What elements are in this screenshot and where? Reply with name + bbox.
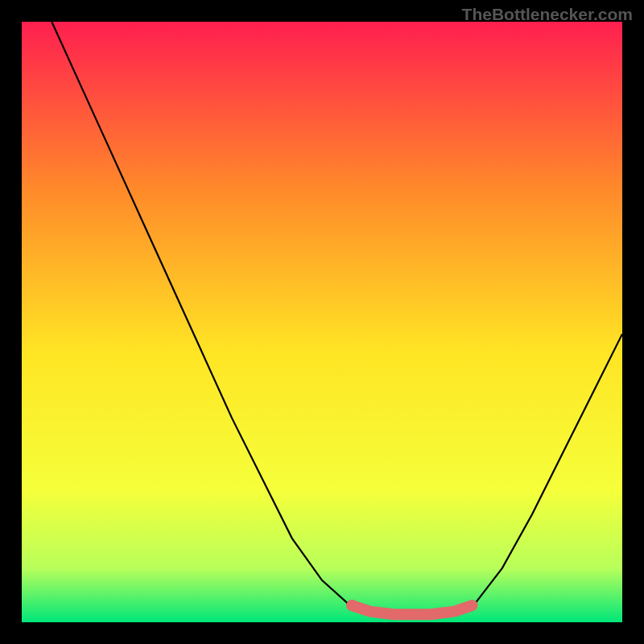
band-start-marker <box>346 600 357 611</box>
chart-container: TheBottlenecker.com <box>0 0 644 644</box>
chart-svg <box>22 22 622 622</box>
watermark-text: TheBottlenecker.com <box>462 5 633 24</box>
plot-area <box>22 22 622 622</box>
gradient-bg <box>22 22 622 622</box>
